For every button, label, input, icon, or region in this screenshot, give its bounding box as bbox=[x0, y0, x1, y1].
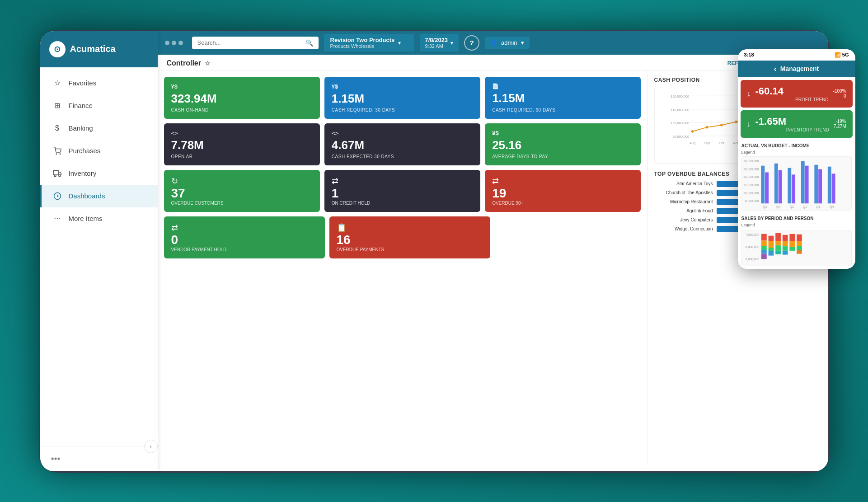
company-chevron: ▾ bbox=[398, 40, 401, 46]
kpi-header: 📄 bbox=[492, 83, 633, 89]
status-overdue-customers[interactable]: ↻ 37 OVERDUE CUSTOMERS bbox=[164, 170, 320, 212]
kpi-label: CASH ON-HAND bbox=[171, 108, 313, 113]
svg-text:6,000,000: 6,000,000 bbox=[745, 245, 759, 249]
status-value: 16 bbox=[337, 233, 483, 247]
mobile-panel: 3:18 📶 5G ‹ Management ↓ -60.14 PROFIT T… bbox=[738, 49, 855, 269]
inv-label: INVENTORY TREND bbox=[755, 127, 829, 132]
mobile-inv-left: ↓ bbox=[747, 119, 751, 129]
currency-icon: ¥$ bbox=[332, 83, 338, 90]
kpi-row-2: <> 7.78M OPEN AR <> 4.67M CASH EXPECTED … bbox=[164, 123, 641, 165]
svg-point-16 bbox=[705, 126, 708, 128]
svg-rect-71 bbox=[775, 250, 781, 254]
mobile-inv-center: -1.65M INVENTORY TREND bbox=[751, 116, 834, 132]
status-overdue-payments[interactable]: 📋 16 OVERDUE PAYMENTS bbox=[329, 216, 490, 258]
date-chevron: ▾ bbox=[450, 40, 453, 46]
kpi-header: <> bbox=[171, 130, 313, 136]
svg-point-4 bbox=[54, 175, 56, 177]
sidebar-item-purchases[interactable]: Purchases bbox=[40, 140, 158, 162]
svg-text:Q1: Q1 bbox=[816, 205, 820, 209]
kpi-avg-days[interactable]: ¥$ 25.16 AVERAGE DAYS TO PAY bbox=[485, 123, 641, 165]
sidebar-item-inventory[interactable]: Inventory bbox=[40, 162, 158, 185]
transfer-icon: ⇄ bbox=[171, 223, 318, 233]
status-label: ON CREDIT HOLD bbox=[332, 201, 473, 206]
svg-rect-41 bbox=[778, 170, 782, 203]
sidebar-item-dashboards[interactable]: Dashboards bbox=[40, 185, 158, 207]
status-label: OVERDUE CUSTOMERS bbox=[171, 201, 313, 206]
svg-text:14,000,000: 14,000,000 bbox=[743, 175, 759, 178]
status-label: VENDOR PAYMENT HOLD bbox=[171, 247, 318, 252]
svg-text:7,000,000: 7,000,000 bbox=[745, 233, 759, 236]
status-overdue-90[interactable]: ⇄ 19 OVERDUE 90+ bbox=[485, 170, 641, 212]
topbar: 🔍 Revision Two Products Products Wholesa… bbox=[158, 31, 828, 55]
svg-text:5,000,000: 5,000,000 bbox=[745, 258, 759, 261]
svg-rect-66 bbox=[768, 248, 774, 251]
svg-text:120,000,000: 120,000,000 bbox=[671, 94, 689, 98]
svg-rect-43 bbox=[792, 174, 795, 203]
kpi-cash-required-30[interactable]: ¥$ 1.15M CASH REQUIRED: 30 DAYS bbox=[324, 77, 480, 119]
kpi-cash-expected[interactable]: <> 4.67M CASH EXPECTED 30 DAYS bbox=[324, 123, 480, 165]
mobile-kpi-inventory[interactable]: ↓ -1.65M INVENTORY TREND -19% 7.27M bbox=[741, 110, 853, 138]
doc-icon: 📄 bbox=[492, 83, 499, 89]
sidebar-item-finance[interactable]: ⊞ Finance bbox=[40, 94, 158, 117]
mobile-sales-chart-section: SALES BY PERIOD AND PERSON Legend 7,000,… bbox=[738, 213, 855, 269]
date-time: 9:32 AM bbox=[425, 43, 448, 49]
empty-card bbox=[495, 216, 641, 258]
dashboard-body: ¥$ 323.94M CASH ON-HAND ¥$ 1.15M CASH RE… bbox=[158, 70, 828, 465]
svg-rect-75 bbox=[782, 250, 788, 254]
kpi-cash-on-hand[interactable]: ¥$ 323.94M CASH ON-HAND bbox=[164, 77, 320, 119]
status-value: 0 bbox=[171, 233, 318, 247]
svg-point-15 bbox=[691, 130, 694, 133]
mobile-kpi-profit[interactable]: ↓ -60.14 PROFIT TREND -100% 0 bbox=[741, 80, 853, 108]
mobile-header: ‹ Management bbox=[738, 61, 855, 77]
svg-rect-67 bbox=[768, 251, 774, 255]
kpi-value: 323.94M bbox=[171, 92, 313, 106]
mobile-signal: 📶 5G bbox=[835, 52, 849, 58]
search-box[interactable]: 🔍 bbox=[192, 37, 319, 49]
user-icon: 👤 bbox=[490, 39, 497, 46]
title-star[interactable]: ☆ bbox=[205, 60, 211, 67]
svg-text:Q3: Q3 bbox=[789, 205, 793, 209]
svg-text:Q1: Q1 bbox=[763, 205, 767, 209]
company-selector[interactable]: Revision Two Products Products Wholesale… bbox=[324, 34, 414, 52]
date-selector[interactable]: 7/8/2023 9:32 AM ▾ bbox=[420, 34, 459, 52]
user-button[interactable]: 👤 admin ▾ bbox=[485, 37, 529, 49]
mobile-income-svg: 18,000,000 16,000,000 14,000,000 12,000,… bbox=[742, 157, 851, 210]
grid-icon: ⊞ bbox=[52, 101, 62, 111]
status-vendor-hold[interactable]: ⇄ 0 VENDOR PAYMENT HOLD bbox=[164, 216, 325, 258]
svg-rect-78 bbox=[789, 247, 795, 251]
kpi-open-ar[interactable]: <> 7.78M OPEN AR bbox=[164, 123, 320, 165]
mobile-title: Management bbox=[780, 65, 819, 72]
svg-marker-3 bbox=[59, 172, 61, 175]
svg-rect-46 bbox=[814, 164, 818, 203]
refresh-icon: ↻ bbox=[171, 176, 313, 186]
svg-rect-59 bbox=[761, 234, 767, 240]
sidebar-label-inventory: Inventory bbox=[69, 169, 97, 177]
dashboard: Controller ☆ REFRESH ALL DESIGN TOOLS bbox=[158, 55, 828, 471]
svg-text:18,000,000: 18,000,000 bbox=[743, 159, 759, 162]
logo-area: ⊙ Acumatica bbox=[40, 31, 158, 67]
mobile-back-icon[interactable]: ‹ bbox=[774, 64, 777, 74]
sidebar-item-banking[interactable]: $ Banking bbox=[40, 117, 158, 140]
dot-yellow bbox=[172, 41, 176, 45]
help-button[interactable]: ? bbox=[464, 35, 479, 51]
sidebar-footer: ••• bbox=[40, 446, 158, 471]
transfer-icon: ⇄ bbox=[332, 176, 473, 186]
sidebar: ⊙ Acumatica ☆ Favorites ⊞ Finance $ Bank… bbox=[40, 31, 158, 471]
more-icon: ⋯ bbox=[52, 214, 62, 224]
status-credit-hold[interactable]: ⇄ 1 ON CREDIT HOLD bbox=[324, 170, 480, 212]
dot-green bbox=[178, 41, 183, 45]
svg-rect-49 bbox=[831, 174, 835, 203]
kpi-label: CASH REQUIRED: 30 DAYS bbox=[332, 108, 473, 113]
overdue-item-label: Star America Toys bbox=[654, 181, 713, 186]
svg-rect-81 bbox=[797, 246, 802, 250]
sidebar-collapse-button[interactable]: ‹ bbox=[144, 440, 158, 453]
mobile-sales-svg: 7,000,000 6,000,000 5,000,000 bbox=[742, 230, 851, 266]
search-input[interactable] bbox=[197, 39, 302, 46]
sidebar-item-favorites[interactable]: ☆ Favorites bbox=[40, 72, 158, 94]
svg-rect-45 bbox=[805, 165, 808, 203]
company-name: Revision Two Products bbox=[330, 37, 395, 43]
status-label: OVERDUE PAYMENTS bbox=[337, 247, 483, 252]
mobile-sales-chart: 7,000,000 6,000,000 5,000,000 bbox=[741, 230, 852, 266]
kpi-cash-required-60[interactable]: 📄 1.15M CASH REQUIRED: 60 DAYS bbox=[485, 77, 641, 119]
sidebar-item-more[interactable]: ⋯ More Items bbox=[40, 207, 158, 230]
